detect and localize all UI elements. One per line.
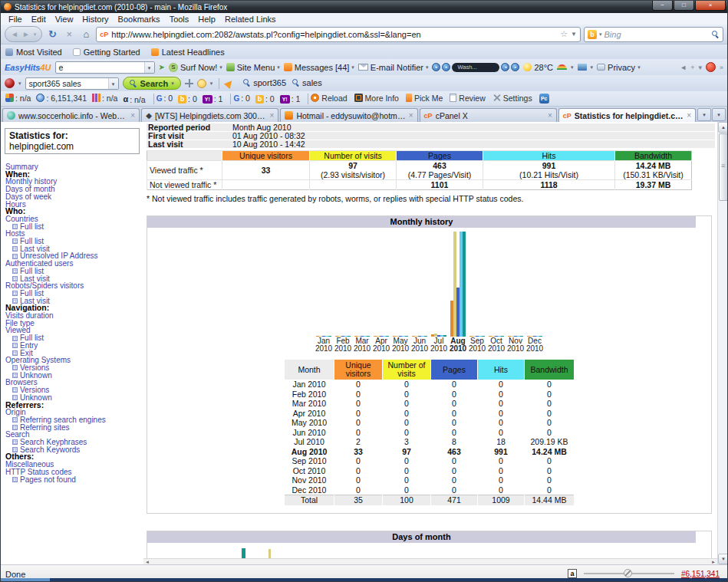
tab-www-soccerholic-info-website-fo[interactable]: www.soccerholic.info - Website fo...×: [2, 108, 140, 122]
reload-button[interactable]: Reload: [311, 94, 347, 103]
go-button[interactable]: ➤: [159, 63, 165, 71]
search-bar[interactable]: b ▾ Bing: [584, 27, 723, 42]
review-button[interactable]: Review: [450, 94, 485, 103]
menu-item-file[interactable]: File: [4, 15, 27, 24]
menu-item-help[interactable]: Help: [193, 15, 220, 24]
sidebar-link-pages-not-found[interactable]: Pages not found: [5, 476, 143, 484]
add-icon[interactable]: +: [690, 64, 694, 71]
surf-now-menu[interactable]: S Surf Now! ▾: [169, 63, 222, 72]
privacy-menu[interactable]: Privacy ▾: [597, 63, 641, 72]
index-count-yahoo[interactable]: Y!: 1: [280, 94, 301, 104]
index-count-yahoo[interactable]: Y!: 1: [203, 94, 223, 104]
next-icon[interactable]: ▸: [511, 63, 519, 71]
tab-close-icon[interactable]: ×: [270, 111, 275, 120]
chevron-down-icon[interactable]: ▾: [698, 64, 702, 71]
more-info-button[interactable]: More Info: [354, 94, 399, 103]
chevron-down-icon[interactable]: ▾: [34, 31, 37, 38]
highlight-word-sport365[interactable]: sport365: [243, 78, 286, 87]
index-count-google[interactable]: G: 0: [233, 94, 249, 103]
back-forward-buttons[interactable]: ◄ ► ▾: [5, 26, 42, 42]
seo-metric-quantcast-alpha[interactable]: α: n/a: [123, 95, 145, 104]
highlighter-icon[interactable]: [224, 77, 235, 88]
stop-button[interactable]: ×: [62, 28, 76, 40]
tab-wts-helpingdiets-com-300-visito[interactable]: ◆[WTS] Helpingdiets.com 300 visito...×: [141, 108, 278, 122]
tab-hotmail-eddysuwito-hotmail-co[interactable]: Hotmail - eddysuwito@hotmail.co...×: [280, 108, 417, 122]
magnifier-icon[interactable]: [712, 31, 720, 38]
media-player[interactable]: ▸ ▸ Wash... ◂ ▸: [432, 63, 519, 72]
vertical-scrollbar[interactable]: ▲ ▼: [717, 122, 728, 564]
chevron-down-icon[interactable]: ▾: [210, 81, 213, 87]
slider-handle-icon[interactable]: [624, 569, 632, 577]
stumble-logo-icon[interactable]: [706, 62, 716, 72]
overflow-chevron-icon[interactable]: »: [720, 64, 723, 71]
chevron-down-icon[interactable]: ▾: [144, 62, 154, 73]
play-icon[interactable]: ▸: [432, 63, 440, 71]
smiley-icon[interactable]: [197, 79, 206, 88]
tab-cpanel-x[interactable]: cPcPanel X×: [420, 108, 557, 122]
horizontal-scrollbar[interactable]: ◄ ►: [143, 558, 717, 564]
chevron-down-icon[interactable]: ▾: [108, 78, 118, 89]
bookmark-getting-started[interactable]: Getting Started: [73, 48, 140, 57]
chevron-down-icon[interactable]: ▾: [599, 31, 602, 38]
bookmark-most-visited[interactable]: Most Visited: [5, 48, 62, 57]
easyhits-logo[interactable]: EasyHits4U: [5, 63, 51, 72]
scrollbar-thumb[interactable]: [719, 133, 728, 201]
forward-icon[interactable]: ►: [22, 30, 30, 38]
addon-icon[interactable]: a: [568, 569, 577, 578]
seo-metric-alexa-globe[interactable]: : 6,151,341: [36, 94, 87, 103]
menu-item-related-links[interactable]: Related Links: [220, 15, 281, 24]
weather-widget[interactable]: 28°C: [523, 63, 553, 72]
sidebar-link-hours[interactable]: Hours: [5, 201, 143, 209]
counter-badge[interactable]: #6,151,341: [681, 570, 720, 578]
sidebar-link-days-of-week[interactable]: Days of week: [5, 193, 143, 201]
prev-icon[interactable]: ◂: [501, 63, 509, 71]
tab-close-icon[interactable]: ×: [409, 111, 413, 120]
home-button[interactable]: ⌂: [79, 28, 93, 40]
menu-item-edit[interactable]: Edit: [27, 15, 51, 24]
settings-button[interactable]: Settings: [492, 94, 532, 103]
email-notifier-menu[interactable]: E-mail Notifier ▾: [358, 63, 429, 72]
back-icon[interactable]: ◄: [11, 30, 18, 38]
seo-metric-compete-chart[interactable]: : n/a: [92, 94, 117, 103]
dock-left-icon[interactable]: ◄: [680, 64, 687, 71]
easyhits-combo[interactable]: e ▾: [55, 61, 155, 74]
seo-metric-pagerank[interactable]: : n/a: [5, 94, 31, 103]
menu-item-history[interactable]: History: [77, 15, 113, 24]
menu-item-tools[interactable]: Tools: [165, 15, 194, 24]
pause-icon[interactable]: ▸: [442, 63, 450, 71]
sidebar-link-full-list[interactable]: Full list: [5, 223, 143, 231]
photo-icon[interactable]: [578, 64, 587, 71]
close-button[interactable]: ×: [695, 1, 726, 11]
tab-statistics-for-helpingdiet-com-2[interactable]: cPStatistics for helpingdiet.com (2...×: [558, 108, 696, 122]
restore-button[interactable]: □: [674, 1, 694, 11]
scroll-left-icon[interactable]: ◄: [145, 559, 150, 564]
slider[interactable]: [584, 573, 674, 574]
tab-close-icon[interactable]: ×: [687, 111, 691, 120]
index-count-google[interactable]: G: 0: [156, 94, 173, 103]
new-tab-button[interactable]: ▾: [697, 108, 711, 121]
bookmark-star-icon[interactable]: ☆: [560, 29, 568, 39]
pick-me-button[interactable]: Pick Me: [406, 94, 443, 103]
menu-item-view[interactable]: View: [51, 15, 78, 24]
tab-close-icon[interactable]: ×: [130, 111, 135, 120]
messages-menu[interactable]: Messages [44] ▾: [284, 63, 354, 72]
list-all-tabs-button[interactable]: ▾: [712, 108, 726, 121]
scroll-up-icon[interactable]: ▲: [718, 122, 728, 133]
menu-item-bookmarks[interactable]: Bookmarks: [114, 15, 165, 24]
scroll-down-icon[interactable]: ▼: [718, 554, 728, 564]
minimize-button[interactable]: −: [652, 1, 673, 11]
chevron-down-icon[interactable]: ▾: [18, 81, 21, 87]
scroll-right-icon[interactable]: ►: [711, 559, 716, 564]
rainbow-icon[interactable]: [557, 64, 567, 70]
move-handle-icon[interactable]: [185, 79, 193, 87]
url-bar[interactable]: cP http://www.helpingdiet.com:2082/awsta…: [96, 27, 581, 42]
tab-close-icon[interactable]: ×: [548, 111, 552, 120]
pagerank-checker-icon[interactable]: Pc: [539, 94, 549, 104]
search-button[interactable]: Search ▾: [123, 77, 181, 90]
index-count-bing[interactable]: b: 0: [255, 94, 275, 104]
index-count-bing[interactable]: b: 0: [178, 94, 197, 104]
highlight-word-sales[interactable]: sales: [292, 78, 322, 87]
refresh-button[interactable]: ↻: [45, 28, 59, 40]
bookmark-latest-headlines[interactable]: Latest Headlines: [151, 48, 225, 57]
url-text[interactable]: http://www.helpingdiet.com:2082/awstats.…: [111, 30, 557, 39]
